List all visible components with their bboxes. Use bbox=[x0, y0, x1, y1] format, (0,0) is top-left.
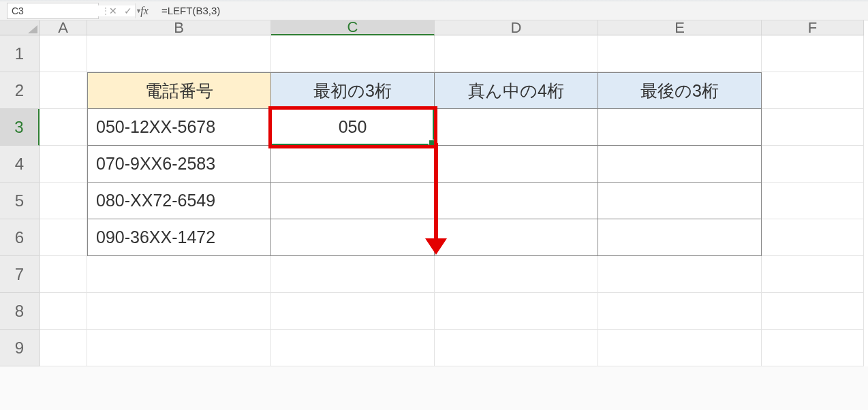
col-label: B bbox=[174, 19, 184, 37]
col-label: C bbox=[347, 18, 358, 36]
cell-F3[interactable] bbox=[762, 109, 864, 146]
cell-F4[interactable] bbox=[762, 146, 864, 183]
rows-container: 12電話番号最初の3桁真ん中の4桁最後の3桁3050-12XX-56780504… bbox=[0, 35, 868, 366]
cell-B7[interactable] bbox=[87, 256, 271, 293]
row: 6090-36XX-1472 bbox=[0, 219, 868, 256]
cell-C8[interactable] bbox=[271, 293, 435, 330]
row: 9 bbox=[0, 330, 868, 366]
cell-D9[interactable] bbox=[435, 330, 598, 366]
col-head-C[interactable]: C bbox=[271, 20, 435, 35]
cell-F6[interactable] bbox=[762, 219, 864, 256]
cell-B4[interactable]: 070-9XX6-2583 bbox=[87, 146, 271, 183]
cell-A8[interactable] bbox=[40, 293, 87, 330]
col-head-E[interactable]: E bbox=[598, 20, 762, 35]
row: 2電話番号最初の3桁真ん中の4桁最後の3桁 bbox=[0, 72, 868, 109]
cell-B8[interactable] bbox=[87, 293, 271, 330]
cell-F8[interactable] bbox=[762, 293, 864, 330]
cell-B3[interactable]: 050-12XX-5678 bbox=[87, 109, 271, 146]
insert-function-button[interactable]: fx bbox=[136, 5, 153, 17]
row: 4070-9XX6-2583 bbox=[0, 146, 868, 183]
select-all-corner[interactable] bbox=[0, 20, 40, 35]
cell-D4[interactable] bbox=[435, 146, 598, 183]
cell-C9[interactable] bbox=[271, 330, 435, 366]
cell-F1[interactable] bbox=[762, 35, 864, 72]
cell-A7[interactable] bbox=[40, 256, 87, 293]
cell-D7[interactable] bbox=[435, 256, 598, 293]
formula-bar: ▼ ⋮ ✕ ✓ fx bbox=[0, 1, 868, 20]
cell-E9[interactable] bbox=[598, 330, 762, 366]
cell-E5[interactable] bbox=[598, 183, 762, 219]
cell-E4[interactable] bbox=[598, 146, 762, 183]
confirm-formula-button[interactable]: ✓ bbox=[121, 3, 136, 18]
cell-B9[interactable] bbox=[87, 330, 271, 366]
cell-F9[interactable] bbox=[762, 330, 864, 366]
name-box-wrap: ▼ bbox=[7, 3, 99, 19]
cell-C7[interactable] bbox=[271, 256, 435, 293]
cell-F7[interactable] bbox=[762, 256, 864, 293]
formula-input[interactable] bbox=[157, 3, 863, 19]
cell-A4[interactable] bbox=[40, 146, 87, 183]
row: 5080-XX72-6549 bbox=[0, 183, 868, 219]
cell-E8[interactable] bbox=[598, 293, 762, 330]
col-head-B[interactable]: B bbox=[87, 20, 271, 35]
row: 8 bbox=[0, 293, 868, 330]
cell-B2[interactable]: 電話番号 bbox=[87, 72, 271, 109]
cell-F5[interactable] bbox=[762, 183, 864, 219]
row-head-8[interactable]: 8 bbox=[0, 293, 40, 330]
check-icon: ✓ bbox=[124, 5, 132, 16]
formula-input-wrap bbox=[157, 3, 863, 19]
row-head-5[interactable]: 5 bbox=[0, 183, 40, 219]
row-head-3[interactable]: 3 bbox=[0, 109, 40, 146]
cell-A2[interactable] bbox=[40, 72, 87, 109]
cell-E7[interactable] bbox=[598, 256, 762, 293]
formula-bar-buttons: ⋮ ✕ ✓ fx bbox=[102, 3, 153, 19]
cell-D1[interactable] bbox=[435, 35, 598, 72]
cell-A6[interactable] bbox=[40, 219, 87, 256]
row-head-7[interactable]: 7 bbox=[0, 256, 40, 293]
cell-D8[interactable] bbox=[435, 293, 598, 330]
cell-E1[interactable] bbox=[598, 35, 762, 72]
cell-B6[interactable]: 090-36XX-1472 bbox=[87, 219, 271, 256]
row-head-2[interactable]: 2 bbox=[0, 72, 40, 109]
cell-A5[interactable] bbox=[40, 183, 87, 219]
row: 7 bbox=[0, 256, 868, 293]
col-label: F bbox=[808, 19, 817, 37]
close-icon: ✕ bbox=[109, 5, 117, 16]
cell-A1[interactable] bbox=[40, 35, 87, 72]
row-head-9[interactable]: 9 bbox=[0, 330, 40, 366]
col-head-D[interactable]: D bbox=[435, 20, 598, 35]
col-head-F[interactable]: F bbox=[762, 20, 864, 35]
cell-C3[interactable]: 050 bbox=[271, 109, 435, 146]
col-label: A bbox=[58, 19, 68, 37]
cell-B1[interactable] bbox=[87, 35, 271, 72]
cell-E2[interactable]: 最後の3桁 bbox=[598, 72, 762, 109]
cell-E6[interactable] bbox=[598, 219, 762, 256]
row-head-6[interactable]: 6 bbox=[0, 219, 40, 256]
cell-E3[interactable] bbox=[598, 109, 762, 146]
cell-D3[interactable] bbox=[435, 109, 598, 146]
spreadsheet-grid: A B C D E F 12電話番号最初の3桁真ん中の4桁最後の3桁3050-1… bbox=[0, 20, 868, 366]
row: 3050-12XX-5678050 bbox=[0, 109, 868, 146]
col-head-A[interactable]: A bbox=[40, 20, 87, 35]
cell-C6[interactable] bbox=[271, 219, 435, 256]
cell-B5[interactable]: 080-XX72-6549 bbox=[87, 183, 271, 219]
cell-A3[interactable] bbox=[40, 109, 87, 146]
cell-F2[interactable] bbox=[762, 72, 864, 109]
row-head-4[interactable]: 4 bbox=[0, 146, 40, 183]
cell-C4[interactable] bbox=[271, 146, 435, 183]
cell-C2[interactable]: 最初の3桁 bbox=[271, 72, 435, 109]
cell-C5[interactable] bbox=[271, 183, 435, 219]
column-headers: A B C D E F bbox=[0, 20, 868, 35]
cell-D5[interactable] bbox=[435, 183, 598, 219]
col-label: E bbox=[675, 19, 685, 37]
row-head-1[interactable]: 1 bbox=[0, 35, 40, 72]
col-label: D bbox=[511, 19, 522, 37]
row: 1 bbox=[0, 35, 868, 72]
cancel-formula-button[interactable]: ✕ bbox=[106, 3, 121, 18]
cell-D6[interactable] bbox=[435, 219, 598, 256]
cell-C1[interactable] bbox=[271, 35, 435, 72]
cell-A9[interactable] bbox=[40, 330, 87, 366]
cell-D2[interactable]: 真ん中の4桁 bbox=[435, 72, 598, 109]
